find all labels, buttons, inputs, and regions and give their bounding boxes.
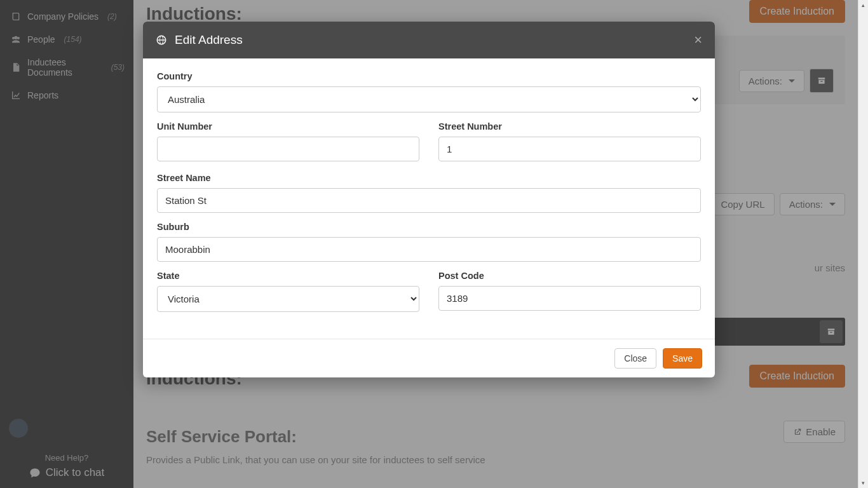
post-code-input[interactable]: [438, 286, 701, 311]
street-name-label: Street Name: [157, 173, 701, 183]
modal-header: Edit Address ×: [143, 22, 715, 58]
unit-number-input[interactable]: [157, 137, 419, 161]
edit-address-modal: Edit Address × Country Australia Unit Nu…: [143, 22, 715, 377]
close-icon[interactable]: ×: [694, 32, 702, 48]
close-button[interactable]: Close: [614, 348, 656, 369]
vertical-scrollbar[interactable]: ▴ ▾: [858, 0, 868, 488]
globe-icon: [156, 34, 167, 46]
state-label: State: [157, 271, 419, 281]
suburb-input[interactable]: [157, 237, 701, 262]
country-select[interactable]: Australia: [157, 86, 701, 112]
scroll-up-arrow-icon[interactable]: ▴: [858, 0, 869, 10]
unit-number-label: Unit Number: [157, 121, 419, 132]
scroll-down-arrow-icon[interactable]: ▾: [858, 478, 869, 488]
country-label: Country: [157, 71, 701, 81]
save-button[interactable]: Save: [663, 348, 702, 369]
scrollbar-track[interactable]: [858, 10, 868, 478]
street-name-input[interactable]: [157, 188, 701, 213]
modal-body: Country Australia Unit Number Street Num…: [143, 58, 715, 339]
suburb-label: Suburb: [157, 222, 701, 232]
post-code-label: Post Code: [438, 271, 701, 281]
modal-footer: Close Save: [143, 339, 715, 377]
state-select[interactable]: Victoria: [157, 286, 419, 312]
street-number-input[interactable]: [438, 137, 701, 161]
street-number-label: Street Number: [438, 121, 701, 132]
modal-title: Edit Address: [175, 33, 243, 47]
